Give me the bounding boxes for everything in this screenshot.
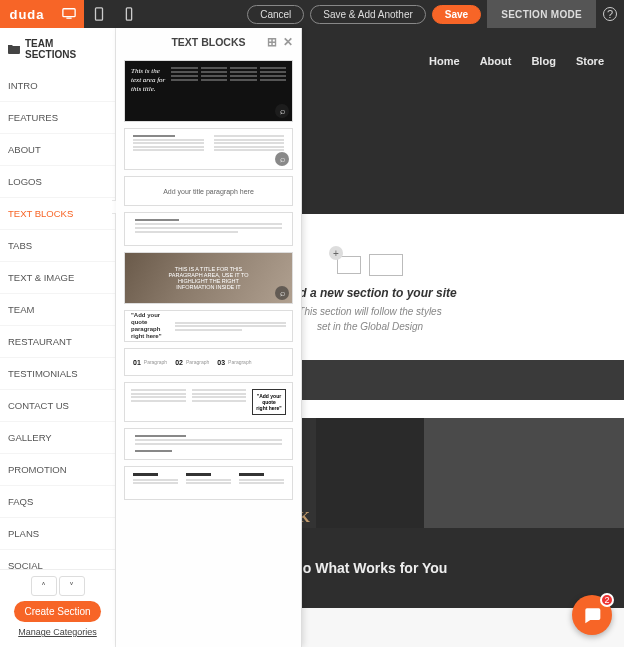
image-cell-person: [424, 418, 624, 528]
save-button[interactable]: Save: [432, 5, 481, 24]
sidebar-item-restaurant[interactable]: RESTAURANT: [0, 326, 115, 358]
section-thumb-7[interactable]: 01Paragraph 02Paragraph 03Paragraph: [124, 348, 293, 376]
sidebar-header: TEAM SECTIONS: [0, 28, 115, 70]
expand-down-button[interactable]: ˅: [59, 576, 85, 596]
folder-icon: [8, 44, 20, 54]
section-thumb-1[interactable]: This is the text area for this title. ⌕: [124, 60, 293, 122]
l1: Paragraph: [144, 359, 167, 365]
nav-link-about[interactable]: About: [480, 55, 512, 67]
sidebar-item-features[interactable]: FEATURES: [0, 102, 115, 134]
category-list: INTRO FEATURES ABOUT LOGOS TEXT BLOCKS T…: [0, 70, 115, 569]
svg-rect-3: [126, 8, 131, 20]
thumb-8-quote-box: "Add your quote right here": [252, 389, 286, 415]
sidebar-item-social[interactable]: SOCIAL: [0, 550, 115, 569]
nav-link-store[interactable]: Store: [576, 55, 604, 67]
panel-body[interactable]: This is the text area for this title. ⌕ …: [116, 56, 301, 647]
notification-badge: 2: [600, 593, 614, 607]
device-mobile-button[interactable]: [114, 0, 144, 28]
manage-categories-link[interactable]: Manage Categories: [18, 627, 97, 637]
sidebar-item-intro[interactable]: INTRO: [0, 70, 115, 102]
n2: 02: [175, 359, 183, 366]
nav-link-blog[interactable]: Blog: [531, 55, 555, 67]
help-icon: ?: [603, 7, 617, 21]
sidebar-item-text-image[interactable]: TEXT & IMAGE: [0, 262, 115, 294]
zoom-icon[interactable]: ⌕: [275, 286, 289, 300]
section-thumb-10[interactable]: [124, 466, 293, 500]
chevron-up-icon: ˄: [41, 581, 46, 592]
chevron-down-icon: ˅: [69, 581, 74, 592]
sidebar-item-promotion[interactable]: PROMOTION: [0, 454, 115, 486]
add-section-icon: +: [337, 254, 403, 276]
l3: Paragraph: [228, 359, 251, 365]
section-mode-badge: SECTION MODE: [487, 0, 596, 28]
device-tablet-button[interactable]: [84, 0, 114, 28]
plus-icon: +: [329, 246, 343, 260]
sidebar-item-testimonials[interactable]: TESTIMONIALS: [0, 358, 115, 390]
device-switcher: [54, 0, 144, 28]
thumb-5-text: THIS IS A TITLE FOR THIS PARAGRAPH AREA,…: [158, 266, 258, 290]
section-thumb-4[interactable]: [124, 212, 293, 246]
section-thumb-8[interactable]: "Add your quote right here": [124, 382, 293, 422]
tablet-icon: [92, 7, 106, 21]
top-bar: duda Cancel Save & Add Another Save SECT…: [0, 0, 624, 28]
desktop-icon: [62, 7, 76, 21]
sidebar-item-faqs[interactable]: FAQS: [0, 486, 115, 518]
thumb-3-text: Add your title paragraph here: [163, 188, 254, 195]
collapse-up-button[interactable]: ˄: [31, 576, 57, 596]
sidebar-header-label: TEAM SECTIONS: [25, 38, 107, 60]
l2: Paragraph: [186, 359, 209, 365]
nav-link-home[interactable]: Home: [429, 55, 460, 67]
sidebar-item-about[interactable]: ABOUT: [0, 134, 115, 166]
sidebar-item-gallery[interactable]: GALLERY: [0, 422, 115, 454]
image-cell-middle: [316, 418, 424, 528]
n1: 01: [133, 359, 141, 366]
sidebar-item-team[interactable]: TEAM: [0, 294, 115, 326]
mobile-icon: [122, 7, 136, 21]
brand-logo[interactable]: duda: [0, 0, 54, 28]
text-blocks-panel: TEXT BLOCKS ⊞ ✕ This is the text area fo…: [116, 28, 302, 647]
thumb-1-title: This is the text area for this title.: [131, 67, 167, 115]
panel-header: TEXT BLOCKS ⊞ ✕: [116, 28, 301, 56]
save-add-another-button[interactable]: Save & Add Another: [310, 5, 426, 24]
svg-rect-0: [63, 9, 75, 17]
zoom-icon[interactable]: ⌕: [275, 104, 289, 118]
grid-view-icon[interactable]: ⊞: [267, 35, 277, 49]
thumb-6-quote: "Add your quote paragraph right here": [131, 312, 167, 341]
section-thumb-2[interactable]: ⌕: [124, 128, 293, 170]
sidebar-item-text-blocks[interactable]: TEXT BLOCKS: [0, 198, 115, 230]
close-icon[interactable]: ✕: [283, 35, 293, 49]
categories-sidebar: TEAM SECTIONS INTRO FEATURES ABOUT LOGOS…: [0, 28, 116, 647]
device-desktop-button[interactable]: [54, 0, 84, 28]
help-button[interactable]: ?: [596, 7, 624, 21]
section-thumb-9[interactable]: [124, 428, 293, 460]
section-thumb-6[interactable]: "Add your quote paragraph right here": [124, 310, 293, 342]
sidebar-item-logos[interactable]: LOGOS: [0, 166, 115, 198]
sidebar-footer: ˄ ˅ Create Section Manage Categories: [0, 569, 115, 647]
chat-icon: [582, 605, 602, 625]
support-chat-button[interactable]: 2: [572, 595, 612, 635]
sidebar-item-plans[interactable]: PLANS: [0, 518, 115, 550]
sidebar-item-contact-us[interactable]: CONTACT US: [0, 390, 115, 422]
sidebar-item-tabs[interactable]: TABS: [0, 230, 115, 262]
section-thumb-5[interactable]: THIS IS A TITLE FOR THIS PARAGRAPH AREA,…: [124, 252, 293, 304]
section-thumb-3[interactable]: Add your title paragraph here: [124, 176, 293, 206]
panel-title: TEXT BLOCKS: [171, 36, 245, 48]
cancel-button[interactable]: Cancel: [247, 5, 304, 24]
n3: 03: [217, 359, 225, 366]
create-section-button[interactable]: Create Section: [14, 601, 100, 622]
svg-rect-2: [96, 8, 103, 20]
svg-rect-1: [66, 18, 71, 19]
zoom-icon[interactable]: ⌕: [275, 152, 289, 166]
